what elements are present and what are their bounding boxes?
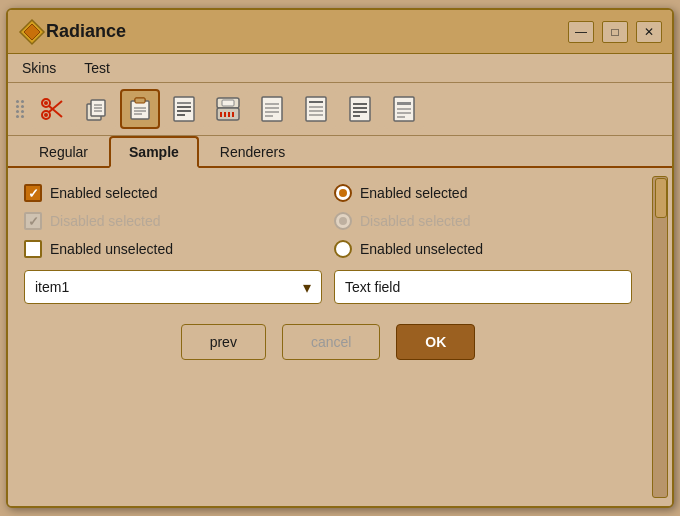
window-controls: — □ ✕	[568, 21, 662, 43]
radio-disabled-selected-row: Disabled selected	[334, 212, 632, 230]
item-dropdown[interactable]: item1 ▾	[24, 270, 322, 304]
svg-rect-14	[131, 101, 149, 119]
controls-row: item1 ▾	[24, 270, 656, 304]
checkbox-disabled-selected-label: Disabled selected	[50, 213, 161, 229]
chevron-down-icon: ▾	[303, 278, 311, 297]
svg-rect-31	[262, 97, 282, 121]
radio-enabled-selected[interactable]	[334, 184, 352, 202]
doc4-icon	[390, 95, 418, 123]
tab-regular[interactable]: Regular	[20, 137, 107, 166]
document-lines-icon	[170, 95, 198, 123]
svg-point-7	[44, 101, 48, 105]
cut-button[interactable]	[32, 89, 72, 129]
copy-button[interactable]	[76, 89, 116, 129]
checkbox-enabled-selected-label: Enabled selected	[50, 185, 157, 201]
doc3-icon	[346, 95, 374, 123]
shredder-icon	[214, 95, 242, 123]
doc2-button[interactable]	[296, 89, 336, 129]
checkbox-enabled-selected-row: ✓ Enabled selected	[24, 184, 322, 202]
form-grid: ✓ Enabled selected Enabled selected ✓ Di…	[24, 184, 656, 258]
toolbar	[8, 83, 672, 136]
radio-dot	[339, 189, 347, 197]
radio-enabled-selected-row: Enabled selected	[334, 184, 632, 202]
doc1-button[interactable]	[252, 89, 292, 129]
button-row: prev cancel OK	[24, 316, 656, 368]
svg-rect-36	[306, 97, 326, 121]
doc3-button[interactable]	[340, 89, 380, 129]
radio-enabled-unselected-label: Enabled unselected	[360, 241, 483, 257]
prev-button[interactable]: prev	[181, 324, 266, 360]
app-title: Radiance	[46, 21, 568, 42]
radio-enabled-unselected[interactable]	[334, 240, 352, 258]
close-button[interactable]: ✕	[636, 21, 662, 43]
doc2-icon	[302, 95, 330, 123]
radio-enabled-unselected-row: Enabled unselected	[334, 240, 632, 258]
text-field[interactable]	[334, 270, 632, 304]
svg-point-6	[44, 113, 48, 117]
checkbox-enabled-unselected[interactable]	[24, 240, 42, 258]
copy-icon	[82, 95, 110, 123]
tab-renderers[interactable]: Renderers	[201, 137, 304, 166]
app-logo	[18, 18, 46, 46]
toolbar-grip	[16, 100, 24, 118]
svg-rect-19	[174, 97, 194, 121]
menu-test[interactable]: Test	[80, 58, 114, 78]
checkbox-disabled-selected-row: ✓ Disabled selected	[24, 212, 322, 230]
menu-skins[interactable]: Skins	[18, 58, 60, 78]
doc4-button[interactable]	[384, 89, 424, 129]
dropdown-value: item1	[35, 279, 303, 295]
tab-sample[interactable]: Sample	[109, 136, 199, 168]
checkbox-enabled-unselected-label: Enabled unselected	[50, 241, 173, 257]
radio-disabled-selected-label: Disabled selected	[360, 213, 471, 229]
paste-button[interactable]	[120, 89, 160, 129]
checkbox-disabled-selected: ✓	[24, 212, 42, 230]
minimize-button[interactable]: —	[568, 21, 594, 43]
svg-rect-41	[350, 97, 370, 121]
radio-dot-disabled	[339, 217, 347, 225]
radio-disabled-selected	[334, 212, 352, 230]
doc-lines-button[interactable]	[164, 89, 204, 129]
svg-rect-30	[222, 100, 234, 106]
scrollbar-thumb[interactable]	[655, 178, 667, 218]
svg-rect-47	[397, 102, 411, 105]
main-window: Radiance — □ ✕ Skins Test	[6, 8, 674, 508]
radio-enabled-selected-label: Enabled selected	[360, 185, 467, 201]
ok-button[interactable]: OK	[396, 324, 475, 360]
scissors-icon	[38, 95, 66, 123]
doc1-icon	[258, 95, 286, 123]
checkmark-disabled-icon: ✓	[28, 215, 39, 228]
cancel-button: cancel	[282, 324, 380, 360]
tab-bar: Regular Sample Renderers	[8, 136, 672, 168]
shredder-button[interactable]	[208, 89, 248, 129]
menu-bar: Skins Test	[8, 54, 672, 83]
checkbox-enabled-unselected-row: Enabled unselected	[24, 240, 322, 258]
checkbox-enabled-selected[interactable]: ✓	[24, 184, 42, 202]
paste-icon	[126, 95, 154, 123]
checkmark-icon: ✓	[28, 187, 39, 200]
svg-rect-15	[135, 98, 145, 103]
title-bar: Radiance — □ ✕	[8, 10, 672, 54]
content-area: ✓ Enabled selected Enabled selected ✓ Di…	[8, 168, 672, 506]
maximize-button[interactable]: □	[602, 21, 628, 43]
